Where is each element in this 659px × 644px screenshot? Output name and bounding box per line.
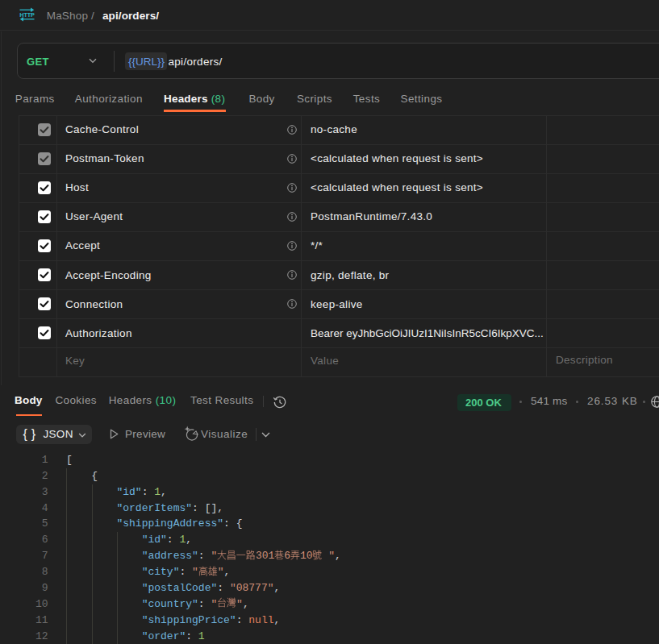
svg-text:HTTP: HTTP — [19, 10, 35, 18]
